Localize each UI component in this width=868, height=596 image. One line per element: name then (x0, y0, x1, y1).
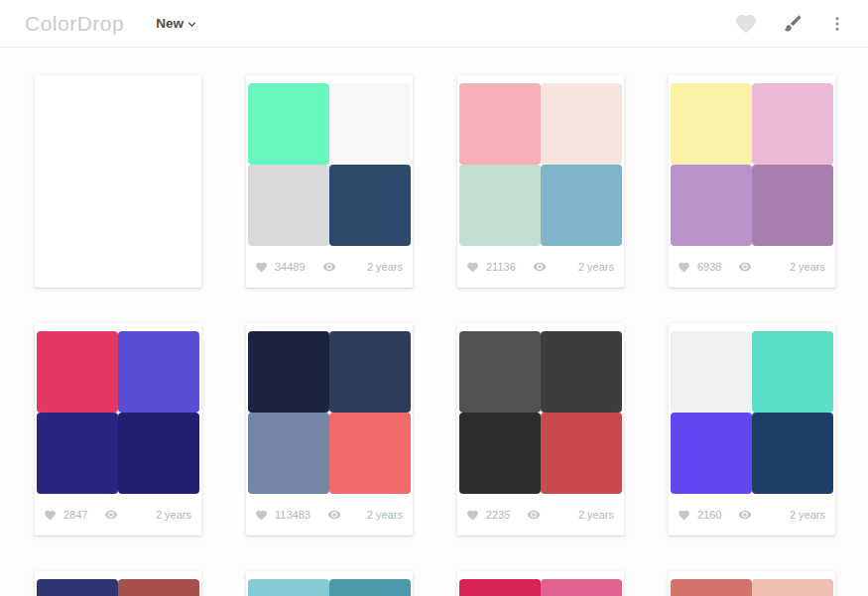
palette-swatch[interactable] (118, 579, 199, 596)
age-label: 2 years (367, 509, 403, 521)
palette-swatch[interactable] (671, 579, 752, 596)
palette-swatch[interactable] (541, 331, 622, 413)
eye-icon (104, 508, 118, 522)
eye-icon (327, 508, 341, 522)
palette-swatch[interactable] (541, 165, 622, 246)
heart-icon (734, 12, 758, 36)
palette-swatch[interactable] (329, 331, 411, 413)
palette-swatches (671, 579, 833, 596)
palette-swatch[interactable] (671, 413, 752, 494)
menu-button[interactable] (828, 15, 846, 33)
chevron-down-icon (185, 17, 199, 32)
palette-card[interactable] (246, 571, 413, 596)
palette-card[interactable] (669, 571, 835, 596)
palette-swatch[interactable] (671, 83, 752, 165)
heart-icon[interactable] (678, 261, 690, 274)
app-logo[interactable]: ColorDrop (25, 12, 124, 36)
palette-card[interactable]: 2847 2 years (35, 323, 201, 536)
palette-card[interactable]: 21136 2 years (457, 75, 624, 288)
card-footer: 2847 2 years (35, 494, 201, 536)
likes-count: 113483 (275, 509, 310, 521)
likes-count: 34489 (275, 261, 306, 273)
palette-swatch[interactable] (118, 83, 199, 165)
palette-swatch[interactable] (459, 331, 541, 413)
palette-swatch[interactable] (459, 165, 541, 246)
likes-count: 6938 (697, 261, 721, 273)
palette-swatch[interactable] (541, 83, 622, 165)
palette-swatch[interactable] (329, 83, 411, 165)
create-palette-button[interactable] (783, 13, 804, 34)
app-header: ColorDrop New (0, 0, 868, 48)
palette-swatch[interactable] (37, 83, 118, 165)
palette-swatch[interactable] (248, 413, 329, 494)
eye-icon (533, 260, 547, 274)
palette-swatches (459, 83, 622, 246)
palette-swatch[interactable] (37, 413, 118, 494)
palette-swatch[interactable] (752, 83, 833, 165)
age-label: 2 years (367, 261, 403, 273)
palette-swatch[interactable] (248, 579, 329, 596)
palette-swatch[interactable] (37, 331, 118, 413)
palette-swatch[interactable] (37, 165, 118, 246)
palette-swatch[interactable] (248, 331, 329, 413)
card-footer: 2160 2 years (669, 494, 835, 536)
eye-icon (738, 508, 752, 522)
sort-label: New (156, 16, 184, 31)
palette-grid: 34489 2 years 21136 2 years (0, 48, 868, 596)
palette-card[interactable] (35, 75, 201, 288)
palette-swatches (248, 331, 411, 494)
palette-swatch[interactable] (671, 331, 752, 413)
palette-swatches (671, 83, 833, 246)
palette-swatch[interactable] (752, 165, 833, 246)
palette-swatch[interactable] (329, 165, 411, 246)
card-footer: 21136 2 years (457, 246, 624, 288)
sort-dropdown[interactable]: New (156, 15, 199, 32)
heart-icon[interactable] (44, 509, 57, 522)
header-actions (734, 12, 846, 36)
favorites-button[interactable] (734, 12, 758, 36)
heart-icon[interactable] (466, 261, 479, 274)
palette-card[interactable]: 2235 2 years (457, 323, 624, 536)
palette-swatches (37, 579, 199, 596)
palette-swatch[interactable] (118, 413, 199, 494)
age-label: 2 years (156, 509, 191, 521)
palette-card[interactable]: 113483 2 years (246, 323, 413, 536)
palette-swatch[interactable] (37, 579, 118, 596)
eye-icon (527, 508, 541, 522)
card-footer: 34489 2 years (246, 246, 413, 288)
palette-card[interactable] (35, 571, 201, 596)
palette-swatch[interactable] (459, 413, 541, 494)
age-label: 2 years (578, 509, 614, 521)
palette-swatch[interactable] (118, 165, 199, 246)
palette-swatch[interactable] (541, 579, 622, 596)
palette-swatch[interactable] (459, 83, 541, 165)
palette-swatch[interactable] (459, 579, 541, 596)
palette-swatch[interactable] (752, 331, 833, 413)
palette-swatch[interactable] (248, 83, 329, 165)
heart-icon[interactable] (255, 261, 268, 274)
likes-count: 2847 (63, 509, 87, 521)
heart-icon[interactable] (678, 509, 690, 522)
paintbrush-icon (783, 13, 804, 34)
card-footer: 6938 2 years (669, 246, 835, 288)
age-label: 2 years (790, 509, 825, 521)
palette-card[interactable]: 2160 2 years (669, 323, 835, 536)
palette-card[interactable]: 34489 2 years (246, 75, 413, 288)
palette-swatch[interactable] (752, 413, 833, 494)
likes-count: 2235 (486, 509, 510, 521)
palette-swatch[interactable] (329, 579, 411, 596)
palette-swatches (37, 83, 199, 246)
palette-swatches (459, 331, 622, 494)
palette-swatch[interactable] (671, 165, 752, 246)
heart-icon[interactable] (255, 509, 268, 522)
heart-icon[interactable] (466, 509, 479, 522)
palette-swatch[interactable] (248, 165, 329, 246)
palette-swatch[interactable] (329, 413, 411, 494)
palette-card[interactable] (457, 571, 624, 596)
palette-swatch[interactable] (541, 413, 622, 494)
palette-swatch[interactable] (118, 331, 199, 413)
palette-swatch[interactable] (752, 579, 833, 596)
palette-card[interactable]: 6938 2 years (669, 75, 835, 288)
likes-count: 2160 (697, 509, 721, 521)
card-footer: 2235 2 years (457, 494, 624, 536)
